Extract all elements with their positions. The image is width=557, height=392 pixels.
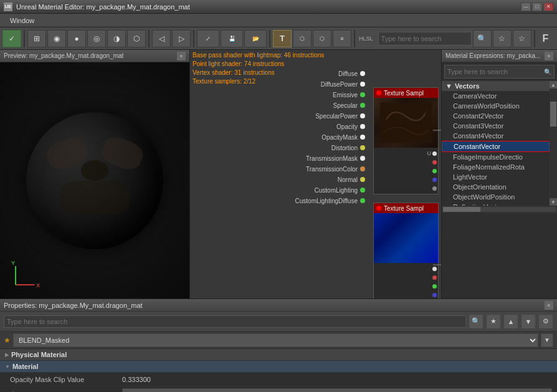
- toolbar-fav-button1[interactable]: ☆: [493, 30, 512, 47]
- toolbar-custom-button[interactable]: ⬡: [127, 30, 146, 47]
- toolbar-back-button[interactable]: ◁: [152, 30, 171, 47]
- expr-item-constant4vector[interactable]: Constant4Vector: [442, 131, 550, 141]
- toolbar-apply-button[interactable]: ⤢: [197, 30, 219, 47]
- tex2-out-blue: [375, 290, 437, 299]
- material-section[interactable]: ▼ Material: [0, 361, 557, 373]
- expression-search-input[interactable]: [447, 68, 543, 75]
- hscroll-thumb[interactable]: [443, 207, 480, 212]
- toolbar-separator-3: [193, 30, 194, 47]
- vectors-label: Vectors: [455, 82, 480, 90]
- texture-panel-1-label: Texture Sampl: [384, 90, 424, 97]
- tex2-out-white: [375, 264, 437, 273]
- expr-item-cameravector[interactable]: CameraVector: [442, 91, 550, 101]
- prop-search-button[interactable]: 🔍: [469, 314, 483, 329]
- toolbar-fav-button2[interactable]: ☆: [513, 30, 531, 47]
- properties-toolbar: 🔍 ★ ▲ ▼ ⚙: [0, 312, 557, 332]
- toolbar-search-button[interactable]: 🔍: [473, 30, 492, 47]
- toolbar-flatten-button[interactable]: ⬡: [293, 30, 312, 47]
- properties-panel-title: Properties: my_package.My_mat.dragon_mat: [4, 302, 143, 309]
- texture-panel-2: Texture Sampl: [373, 203, 439, 299]
- expression-scrollbar[interactable]: ▲ ▼: [550, 81, 557, 206]
- input-normal: Normal: [279, 174, 366, 184]
- toolbar-sphere-button[interactable]: ◉: [47, 30, 66, 47]
- expr-item-objectorientation[interactable]: ObjectOrientation: [442, 182, 550, 192]
- properties-search-input[interactable]: [7, 318, 463, 325]
- toolbar-save-button[interactable]: 💾: [221, 30, 243, 47]
- tex-out-red: [375, 158, 437, 166]
- menu-window[interactable]: Window: [5, 16, 39, 26]
- preview-viewport: X Y: [0, 62, 189, 299]
- expr-category-vectors-header[interactable]: ▼ Vectors: [442, 81, 550, 91]
- input-transmissioncolor: TransmissionColor: [279, 164, 366, 174]
- toolbar-expand-button[interactable]: ⬡: [313, 30, 331, 47]
- expr-item-cameraworldposition[interactable]: CameraWorldPosition: [442, 101, 550, 111]
- expression-search-icon: 🔍: [543, 67, 551, 76]
- toolbar-check-button[interactable]: ✓: [2, 30, 21, 47]
- input-diffusepower: DiffusePower: [279, 79, 366, 89]
- expression-close-button[interactable]: ×: [545, 52, 553, 60]
- hscroll-track: [443, 207, 556, 212]
- node-editor[interactable]: Diffuse DiffusePower Emissive Specular: [190, 50, 441, 299]
- expr-item-foliagenormalized[interactable]: FoliageNormalizedRota: [442, 162, 550, 172]
- input-transmissionmask: TransmissionMask: [279, 153, 366, 163]
- properties-search-container: [4, 315, 466, 328]
- toolbar-t-button[interactable]: T: [273, 30, 292, 47]
- properties-panel-header: Properties: my_package.My_mat.dragon_mat…: [0, 299, 557, 312]
- toolbar-forward-button[interactable]: ▷: [172, 30, 191, 47]
- title-bar: UE Unreal Material Editor: my_package.My…: [0, 0, 557, 14]
- top-panels: Preview: my_package.My_mat.dragon_mat × …: [0, 50, 557, 299]
- texture-panel-2-image: [374, 213, 438, 263]
- input-customlighting: CustomLighting: [279, 185, 366, 195]
- material-node: Diffuse DiffusePower Emissive Specular: [279, 69, 366, 206]
- minimize-button[interactable]: —: [521, 2, 531, 11]
- input-specularpower: SpecularPower: [279, 111, 366, 121]
- prop-fav-button[interactable]: ★: [486, 314, 501, 329]
- expr-item-objectworldposition[interactable]: ObjectWorldPosition: [442, 192, 550, 202]
- toolbar-search-input[interactable]: [381, 35, 469, 42]
- input-opacity: Opacity: [279, 122, 366, 131]
- app-icon: UE: [4, 2, 12, 11]
- window-title: Unreal Material Editor: my_package.My_ma…: [16, 3, 521, 11]
- expression-hscrollbar[interactable]: [442, 206, 557, 213]
- toolbar-grid-button[interactable]: ⊞: [27, 30, 46, 47]
- opacity-mask-label: Opacity Mask Clip Value: [10, 376, 122, 383]
- blend-mode-select[interactable]: BLEND_Masked: [13, 333, 538, 347]
- physical-material-section[interactable]: ▶ Physical Material: [0, 349, 557, 361]
- preview-panel: Preview: my_package.My_mat.dragon_mat × …: [0, 50, 190, 299]
- toolbar-browse-button[interactable]: 📂: [244, 30, 267, 47]
- toolbar-torus-button[interactable]: ◑: [107, 30, 126, 47]
- input-distortion: Distortion: [279, 143, 366, 153]
- texture-panel-2-label: Texture Sampl: [384, 205, 424, 212]
- expression-panel: Material Expressions: my_packa... × 🔍 ▼ …: [442, 50, 557, 299]
- y-axis-label: Y: [11, 260, 15, 266]
- properties-close-button[interactable]: ×: [545, 301, 553, 310]
- close-button[interactable]: ✕: [543, 2, 553, 11]
- scroll-up-button[interactable]: ▲: [550, 81, 557, 88]
- toolbar-separator-1: [24, 30, 25, 47]
- toolbar-menu-button[interactable]: ≡: [333, 30, 351, 47]
- expr-item-foliageimpulse[interactable]: FoliageImpulseDirectio: [442, 152, 550, 162]
- preview-close-button[interactable]: ×: [177, 52, 186, 60]
- maximize-button[interactable]: □: [532, 2, 542, 11]
- expr-item-constant2vector[interactable]: Constant2Vector: [442, 111, 550, 121]
- expr-item-lightvector[interactable]: LightVector: [442, 172, 550, 182]
- input-opacitymask: OpacityMask: [279, 132, 366, 142]
- texture-panel-1-image: [374, 98, 438, 148]
- expr-item-constant3vector[interactable]: Constant3Vector: [442, 121, 550, 131]
- blend-mode-dropdown[interactable]: BLEND_Masked: [122, 388, 552, 392]
- prop-settings-button[interactable]: ⚙: [538, 314, 553, 329]
- toolbar-cylinder-button[interactable]: ●: [67, 30, 86, 47]
- prop-collapse-button[interactable]: ▼: [521, 314, 536, 329]
- expr-category-vectors: ▼ Vectors CameraVector CameraWorldPositi…: [442, 81, 550, 206]
- physical-material-label: Physical Material: [11, 351, 67, 358]
- scroll-thumb[interactable]: [550, 102, 556, 127]
- toolbar-plane-button[interactable]: ◎: [87, 30, 106, 47]
- blend-arrow-button[interactable]: ▼: [541, 333, 553, 347]
- scroll-down-button[interactable]: ▼: [550, 198, 557, 206]
- tex2-out-red: [375, 273, 437, 282]
- input-emissive: Emissive: [279, 90, 366, 100]
- texture-panel-2-header: Texture Sampl: [374, 203, 438, 213]
- window-controls: — □ ✕: [521, 2, 553, 11]
- expr-item-constantvector[interactable]: ConstantVector: [442, 141, 550, 152]
- prop-expand-button[interactable]: ▲: [503, 314, 518, 329]
